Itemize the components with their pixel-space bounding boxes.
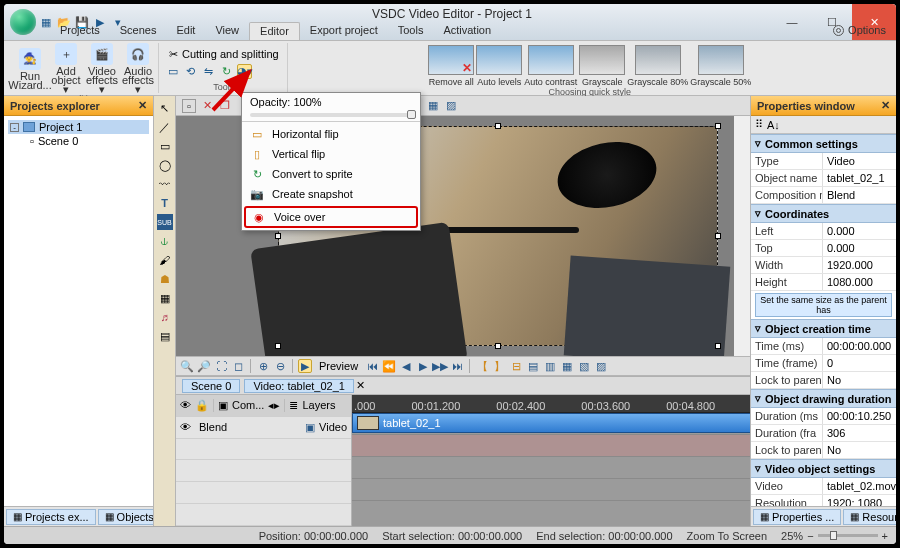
zoom-fit-icon[interactable]: ⛶ [214, 359, 228, 373]
tab-properties[interactable]: ▦ Properties ... [753, 509, 841, 525]
add-object-button[interactable]: ＋Add object ▾ [50, 43, 82, 94]
menu-edit[interactable]: Edit [166, 22, 205, 40]
tool-brush-icon[interactable]: 🖌 [157, 252, 173, 268]
tool-subtitle-icon[interactable]: SUB [157, 214, 173, 230]
crop-icon[interactable]: ▭ [165, 64, 180, 79]
tool-text-icon[interactable]: T [157, 195, 173, 211]
audio-effects-button[interactable]: 🎧Audio effects ▾ [122, 43, 154, 94]
timeline-tab-scene[interactable]: Scene 0 [182, 379, 240, 393]
opacity-slider[interactable] [250, 113, 412, 117]
play2-icon[interactable]: ▶ [416, 359, 430, 373]
horizontal-flip-item[interactable]: ▭Horizontal flip [242, 124, 420, 144]
mini-delete-icon[interactable]: ▫ [182, 99, 196, 113]
props-sort-icon[interactable]: ⠿ [755, 118, 763, 131]
tool-audio-icon[interactable]: ▤ [157, 328, 173, 344]
mini-group-icon[interactable]: ▦ [426, 99, 440, 113]
tool-line-icon[interactable]: ／ [157, 119, 173, 135]
zoom-slider[interactable] [818, 534, 878, 537]
extra1-icon[interactable]: ▤ [526, 359, 540, 373]
goto-start-icon[interactable]: ⏮ [365, 359, 379, 373]
time-ruler[interactable]: .000 00:01.200 00:02.400 00:03.600 00:04… [352, 395, 750, 413]
step-back-icon[interactable]: ◀ [399, 359, 413, 373]
timeline-tab-video[interactable]: Video: tablet_02_1 [244, 379, 354, 393]
group-creation[interactable]: ▿ Object creation time [751, 319, 896, 338]
rotate-icon[interactable]: ⟲ [183, 64, 198, 79]
style-grayscale-50[interactable]: Grayscale 50% [690, 45, 751, 87]
minimize-button[interactable]: — [772, 4, 812, 40]
tool-rect-icon[interactable]: ▭ [157, 138, 173, 154]
timeline-clip[interactable]: tablet_02_1 [352, 413, 750, 433]
zoom-in-icon[interactable]: 🔎 [197, 359, 211, 373]
app-orb[interactable] [10, 9, 36, 35]
mini-cut-icon[interactable]: ✕ [200, 99, 214, 113]
convert-sprite-item[interactable]: ↻Convert to sprite [242, 164, 420, 184]
menu-export[interactable]: Export project [300, 22, 388, 40]
menu-tools[interactable]: Tools [388, 22, 434, 40]
timeline-tab-close-icon[interactable]: ✕ [356, 379, 365, 392]
group-common[interactable]: ▿ Common settings [751, 134, 896, 153]
track-blend[interactable]: 👁Blend ▣ Video [176, 417, 351, 439]
flip-icon[interactable]: ⇋ [201, 64, 216, 79]
zoom-100-icon[interactable]: ◻ [231, 359, 245, 373]
tool-video-icon[interactable]: ♬ [157, 309, 173, 325]
tracks-area[interactable]: .000 00:01.200 00:02.400 00:03.600 00:04… [352, 395, 750, 526]
tool-chart-icon[interactable]: ⫝ [157, 233, 173, 249]
cutting-splitting-button[interactable]: ✂ Cutting and splitting [165, 46, 283, 63]
menu-scenes[interactable]: Scenes [110, 22, 167, 40]
video-effects-button[interactable]: 🎬Video effects ▾ [86, 43, 118, 94]
group-drawing[interactable]: ▿ Object drawing duration [751, 389, 896, 408]
vertical-flip-item[interactable]: ▯Vertical flip [242, 144, 420, 164]
menu-projects[interactable]: Projects [50, 22, 110, 40]
mini-copy-icon[interactable]: ❐ [218, 99, 232, 113]
extra5-icon[interactable]: ▨ [594, 359, 608, 373]
style-auto-contrast[interactable]: Auto contrast [524, 45, 577, 87]
extra4-icon[interactable]: ▧ [577, 359, 591, 373]
props-az-icon[interactable]: A↓ [767, 119, 780, 131]
tool-ellipse-icon[interactable]: ◯ [157, 157, 173, 173]
create-snapshot-item[interactable]: 📷Create snapshot [242, 184, 420, 204]
voice-over-item[interactable]: ◉Voice over [244, 206, 418, 228]
panel-close-icon[interactable]: ✕ [138, 99, 147, 112]
options-button[interactable]: Options [833, 24, 886, 36]
menu-view[interactable]: View [205, 22, 249, 40]
tool-image-icon[interactable]: ▦ [157, 290, 173, 306]
mark-out-icon[interactable]: 】 [492, 359, 506, 373]
step-fwd-icon[interactable]: ▶▶ [433, 359, 447, 373]
play-icon[interactable]: ▶ [298, 359, 312, 373]
extra2-icon[interactable]: ▥ [543, 359, 557, 373]
mini-ungroup-icon[interactable]: ▨ [444, 99, 458, 113]
add-marker-icon[interactable]: ⊕ [256, 359, 270, 373]
tab-resources[interactable]: ▦ Resources ... [843, 509, 896, 525]
set-parent-size-button[interactable]: Set the same size as the parent has [755, 293, 892, 317]
properties-close-icon[interactable]: ✕ [881, 99, 890, 112]
tree-collapse-icon[interactable]: - [10, 123, 19, 132]
tool-select-icon[interactable]: ↖ [157, 100, 173, 116]
preview-scrollbar[interactable] [734, 116, 750, 356]
zoom-out-icon[interactable]: 🔍 [180, 359, 194, 373]
split-icon[interactable]: ⊟ [509, 359, 523, 373]
style-auto-levels[interactable]: Auto levels [476, 45, 522, 87]
menu-activation[interactable]: Activation [433, 22, 501, 40]
goto-end-icon[interactable]: ⏭ [450, 359, 464, 373]
mark-in-icon[interactable]: 【 [475, 359, 489, 373]
zoom-plus-icon[interactable]: + [882, 530, 888, 542]
rewind-icon[interactable]: ⏪ [382, 359, 396, 373]
run-wizard-button[interactable]: 🧙Run Wizard... [14, 48, 46, 90]
refresh-icon[interactable]: ↻ [219, 64, 234, 79]
menu-editor[interactable]: Editor [249, 22, 300, 40]
tab-objects-explorer[interactable]: ▦ Objects ex... [98, 509, 153, 525]
group-videoobj[interactable]: ▿ Video object settings [751, 459, 896, 478]
style-remove-all[interactable]: Remove all [428, 45, 474, 87]
remove-marker-icon[interactable]: ⊖ [273, 359, 287, 373]
extra3-icon[interactable]: ▦ [560, 359, 574, 373]
zoom-minus-icon[interactable]: − [807, 530, 813, 542]
more-tools-dropdown[interactable]: ◕▾ [237, 64, 252, 79]
tree-scene-item[interactable]: ▫ Scene 0 [8, 134, 149, 148]
style-grayscale[interactable]: Grayscale [579, 45, 625, 87]
project-tree[interactable]: - Project 1 ▫ Scene 0 [4, 116, 153, 506]
style-grayscale-80[interactable]: Grayscale 80% [627, 45, 688, 87]
group-coords[interactable]: ▿ Coordinates [751, 204, 896, 223]
tool-curve-icon[interactable]: 〰 [157, 176, 173, 192]
tab-projects-explorer[interactable]: ▦ Projects ex... [6, 509, 96, 525]
tool-shape-icon[interactable]: ☗ [157, 271, 173, 287]
